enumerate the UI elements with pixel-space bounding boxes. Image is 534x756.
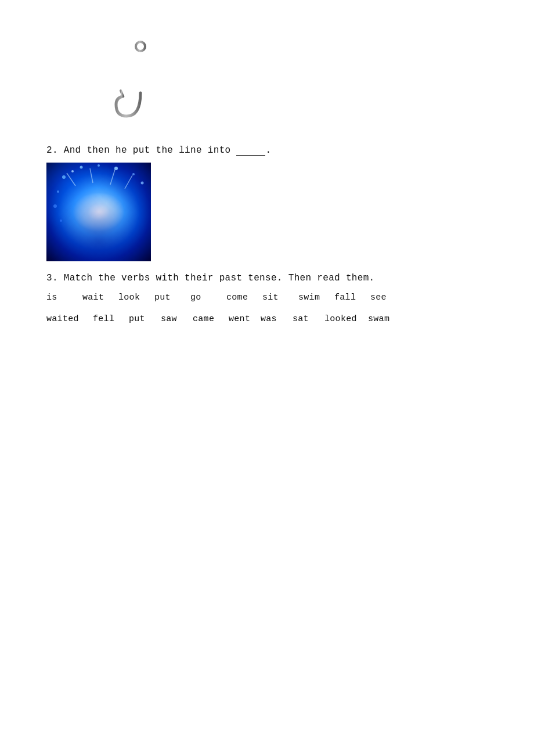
svg-point-7 — [132, 173, 135, 175]
svg-line-13 — [90, 168, 93, 183]
verbs-row: iswaitlookputgocomesitswimfallsee — [46, 293, 488, 303]
svg-point-11 — [60, 219, 62, 222]
question-3-number: 3. — [46, 273, 58, 283]
question-3-instruction: Match the verbs with their past tense. — [64, 273, 283, 283]
past-tense-item: looked — [324, 314, 368, 324]
verb-item: swim — [298, 293, 334, 303]
question-2-blank: . — [236, 145, 271, 156]
verb-item: see — [370, 293, 406, 303]
past-tense-item: put — [129, 314, 161, 324]
verb-item: wait — [82, 293, 118, 303]
water-image — [46, 163, 151, 261]
past-tense-item: fell — [93, 314, 129, 324]
verb-item: is — [46, 293, 82, 303]
water-splash-svg — [46, 163, 151, 261]
past-tense-item: went — [229, 314, 261, 324]
verb-item: go — [190, 293, 226, 303]
verb-item: fall — [334, 293, 370, 303]
svg-line-12 — [67, 173, 75, 186]
question-3-text: 3. Match the verbs with their past tense… — [46, 273, 488, 283]
question-2-text: 2. And then he put the line into . — [46, 145, 488, 156]
hook-image-container — [104, 35, 488, 128]
fishing-hook-image — [104, 35, 168, 128]
past-tense-item: saw — [161, 314, 193, 324]
svg-point-9 — [57, 190, 59, 193]
svg-point-2 — [62, 175, 66, 179]
svg-point-5 — [98, 164, 100, 167]
svg-point-8 — [141, 182, 144, 185]
svg-point-4 — [80, 166, 83, 169]
past-tense-item: came — [193, 314, 229, 324]
question-2-number: 2. — [46, 145, 58, 156]
then-word: Then — [288, 273, 312, 283]
svg-line-15 — [125, 175, 132, 189]
verb-item: come — [226, 293, 262, 303]
svg-point-3 — [71, 170, 74, 172]
verb-item: look — [118, 293, 154, 303]
read-instruction: read them. — [317, 273, 374, 283]
question-2-body: And then he put the line into — [64, 145, 231, 156]
past-tense-item: waited — [46, 314, 93, 324]
past-tense-row: waitedfellputsawcamewentwassatlookedswam — [46, 314, 488, 324]
past-tense-item: swam — [368, 314, 403, 324]
verb-item: put — [154, 293, 190, 303]
past-tense-item: was — [261, 314, 293, 324]
svg-line-14 — [110, 170, 115, 185]
svg-point-10 — [53, 204, 57, 208]
past-tense-item: sat — [293, 314, 324, 324]
verb-item: sit — [262, 293, 298, 303]
